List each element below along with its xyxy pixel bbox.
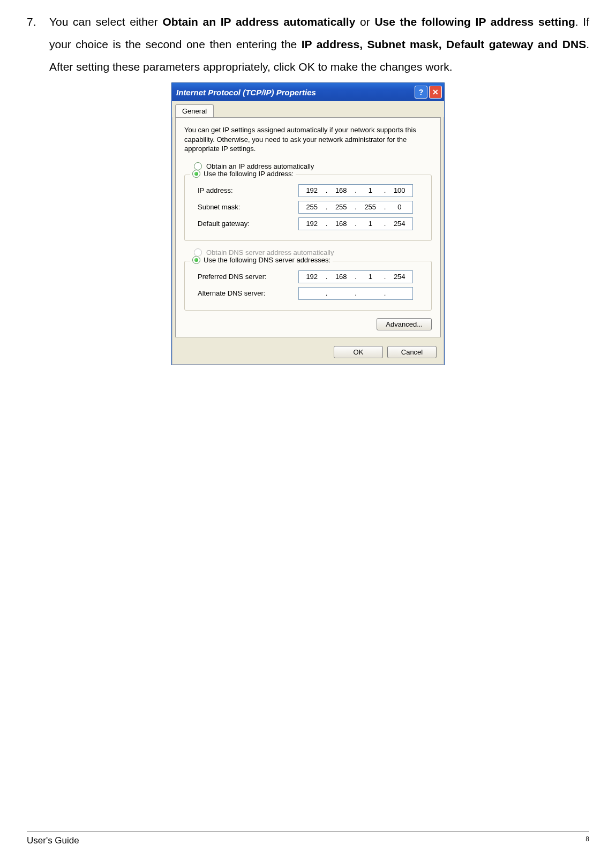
tab-strip: General — [172, 101, 444, 117]
page-footer: User's Guide 8 — [27, 832, 589, 846]
pref-dns-row: Preferred DNS server: 192. 168. 1. 254 — [191, 270, 425, 283]
advanced-button[interactable]: Advanced... — [377, 318, 432, 330]
instruction-paragraph: 7. You can select either Obtain an IP ad… — [27, 11, 589, 78]
dialog-button-bar: OK Cancel — [172, 341, 444, 365]
tab-general[interactable]: General — [175, 104, 214, 117]
footer-rule — [27, 832, 589, 832]
pref-dns-input[interactable]: 192. 168. 1. 254 — [298, 270, 413, 283]
cancel-button-label: Cancel — [401, 348, 423, 356]
footer-left: User's Guide — [27, 835, 79, 846]
pd-oct-2: 168 — [328, 273, 355, 281]
ip-address-label: IP address: — [191, 186, 298, 194]
titlebar: Internet Protocol (TCP/IP) Properties ? … — [172, 83, 444, 101]
help-button[interactable]: ? — [415, 86, 427, 99]
close-icon: ✕ — [432, 88, 439, 96]
alt-dns-row: Alternate DNS server: . . . — [191, 287, 425, 300]
subnet-row: Subnet mask: 255. 255. 255. 0 — [191, 201, 425, 214]
radio-auto-ip-label: Obtain an IP address automatically — [206, 162, 314, 170]
ip-oct-2: 168 — [328, 186, 355, 194]
subnet-input[interactable]: 255. 255. 255. 0 — [298, 201, 413, 214]
radio-auto-ip-row[interactable]: Obtain an IP address automatically — [194, 162, 432, 170]
ip-oct-4: 100 — [387, 186, 413, 194]
gw-oct-2: 168 — [328, 220, 355, 228]
tcpip-properties-dialog: Internet Protocol (TCP/IP) Properties ? … — [171, 82, 445, 365]
gateway-input[interactable]: 192. 168. 1. 254 — [298, 217, 413, 230]
alt-dns-input[interactable]: . . . — [298, 287, 413, 300]
ip-oct-1: 192 — [299, 186, 325, 194]
gateway-row: Default gateway: 192. 168. 1. 254 — [191, 217, 425, 230]
ip-oct-3: 1 — [357, 186, 384, 194]
pd-oct-4: 254 — [387, 273, 413, 281]
dialog-title: Internet Protocol (TCP/IP) Properties — [176, 88, 316, 97]
radio-auto-dns — [194, 248, 202, 257]
subnet-oct-4: 0 — [387, 203, 413, 211]
ip-group: Use the following IP address: IP address… — [184, 175, 432, 241]
radio-manual-dns-label: Use the following DNS server addresses: — [204, 256, 330, 264]
dns-group: Use the following DNS server addresses: … — [184, 261, 432, 311]
gateway-label: Default gateway: — [191, 220, 298, 228]
ok-button[interactable]: OK — [334, 346, 383, 358]
ip-address-row: IP address: 192. 168. 1. 100 — [191, 184, 425, 197]
radio-manual-ip[interactable] — [192, 170, 200, 178]
ok-button-label: OK — [354, 348, 364, 356]
pd-oct-1: 192 — [299, 273, 325, 281]
radio-manual-ip-label: Use the following IP address: — [204, 170, 294, 178]
pref-dns-label: Preferred DNS server: — [191, 273, 298, 281]
gw-oct-3: 1 — [357, 220, 384, 228]
tab-general-label: General — [182, 107, 207, 115]
ip-address-input[interactable]: 192. 168. 1. 100 — [298, 184, 413, 197]
tab-body: You can get IP settings assigned automat… — [175, 117, 441, 337]
radio-auto-dns-label: Obtain DNS server address automatically — [206, 248, 334, 257]
instruction-b1: Obtain an IP address automatically — [162, 16, 355, 28]
pd-oct-3: 1 — [357, 273, 384, 281]
gw-oct-1: 192 — [299, 220, 325, 228]
advanced-button-label: Advanced... — [386, 320, 423, 328]
radio-manual-dns[interactable] — [192, 256, 200, 264]
help-icon: ? — [419, 88, 424, 96]
subnet-oct-1: 255 — [299, 203, 325, 211]
close-button[interactable]: ✕ — [429, 86, 442, 99]
subnet-oct-3: 255 — [357, 203, 384, 211]
instruction-t1: You can select either — [49, 16, 162, 28]
footer-page-number: 8 — [585, 835, 589, 846]
instruction-b3: IP address, Subnet mask, Default gateway… — [302, 38, 586, 50]
subnet-label: Subnet mask: — [191, 203, 298, 211]
radio-auto-dns-row: Obtain DNS server address automatically — [194, 248, 432, 257]
instruction-number: 7. — [27, 11, 36, 33]
radio-auto-ip[interactable] — [194, 162, 202, 170]
gw-oct-4: 254 — [387, 220, 413, 228]
alt-dns-label: Alternate DNS server: — [191, 289, 298, 297]
instruction-b2: Use the following IP address setting — [374, 16, 575, 28]
intro-text: You can get IP settings assigned automat… — [184, 125, 432, 154]
subnet-oct-2: 255 — [328, 203, 355, 211]
instruction-t2: or — [355, 16, 374, 28]
cancel-button[interactable]: Cancel — [387, 346, 437, 358]
